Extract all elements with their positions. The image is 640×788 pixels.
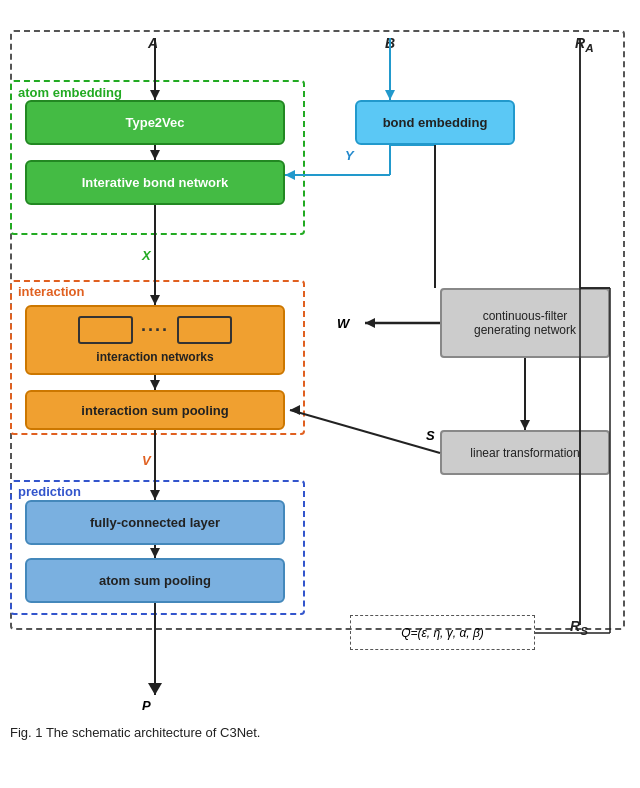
interaction-sum-pooling-block: interaction sum pooling [25,390,285,430]
var-V: V [142,453,151,468]
q-label-box: Q=(ε, η, γ, α, β) [350,615,535,650]
type2vec-block: Type2Vec [25,100,285,145]
var-S: S [426,428,435,443]
interaction-label: interaction [18,284,84,299]
caption: Fig. 1 The schematic architecture of C3N… [10,725,260,740]
var-W: W [337,316,349,331]
continuous-filter-block: continuous-filter generating network [440,288,610,358]
linear-transformation-block: linear transformation [440,430,610,475]
prediction-label: prediction [18,484,81,499]
atom-embedding-label: atom embedding [18,85,122,100]
atom-sum-pooling-block: atom sum pooling [25,558,285,603]
fully-connected-block: fully-connected layer [25,500,285,545]
col-B-label: B [385,35,395,51]
col-RS-label: RS [570,618,588,637]
continuous-filter-label: continuous-filter generating network [474,309,576,337]
var-Y: Y [345,148,354,163]
interaction-networks-label: interaction networks [96,350,213,364]
col-A-label: A [148,35,158,51]
diagram: A B RA RS atom embedding interaction pre… [0,0,640,750]
svg-marker-13 [148,683,162,695]
col-RA-label: RA [575,35,594,54]
var-X: X [142,248,151,263]
var-P: P [142,698,151,713]
bond-embedding-block: bond embedding [355,100,515,145]
q-label: Q=(ε, η, γ, α, β) [401,626,484,640]
interactive-bond-block: Interative bond network [25,160,285,205]
interaction-networks-block: ···· interaction networks [25,305,285,375]
